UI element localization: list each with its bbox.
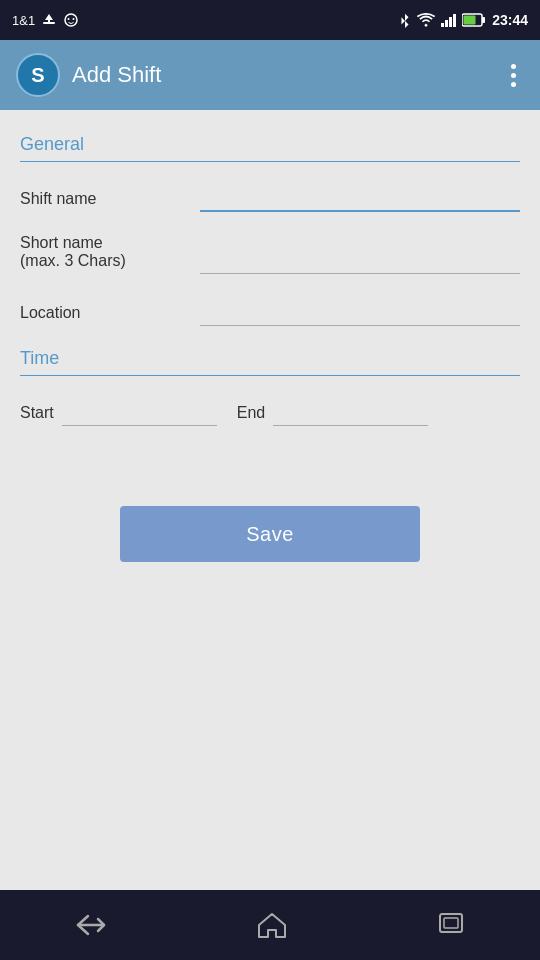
end-field: End — [237, 396, 428, 426]
short-name-label: Short name(max. 3 Chars) — [20, 234, 190, 274]
app-title: Add Shift — [72, 62, 161, 88]
shift-name-row: Shift name — [20, 182, 520, 212]
start-label: Start — [20, 404, 54, 426]
status-bar: 1&1 — [0, 0, 540, 40]
start-input[interactable] — [62, 396, 217, 426]
signal-icon — [441, 13, 456, 27]
general-section-header: General — [20, 134, 520, 162]
time-display: 23:44 — [492, 12, 528, 28]
home-icon — [257, 911, 287, 939]
wifi-icon — [417, 13, 435, 27]
shift-name-input[interactable] — [200, 182, 520, 212]
app-bar: S Add Shift — [0, 40, 540, 110]
location-input[interactable] — [200, 296, 520, 326]
svg-rect-7 — [464, 16, 476, 25]
upload-icon — [41, 12, 57, 28]
svg-rect-9 — [444, 918, 458, 928]
save-button[interactable]: Save — [120, 506, 420, 562]
more-dot-3 — [511, 82, 516, 87]
recents-icon — [436, 912, 466, 938]
home-button[interactable] — [257, 911, 287, 939]
time-section-header: Time — [20, 348, 520, 376]
bluetooth-icon — [399, 12, 411, 28]
app-bar-left: S Add Shift — [16, 53, 161, 97]
svg-point-4 — [73, 18, 75, 20]
more-dot-2 — [511, 73, 516, 78]
short-name-row: Short name(max. 3 Chars) — [20, 234, 520, 274]
svg-rect-6 — [482, 17, 485, 23]
save-button-container: Save — [20, 506, 520, 562]
end-input[interactable] — [273, 396, 428, 426]
nav-bar — [0, 890, 540, 960]
battery-icon — [462, 13, 486, 27]
status-bar-right: 23:44 — [399, 12, 528, 28]
logo-letter: S — [31, 64, 44, 87]
recents-button[interactable] — [436, 912, 466, 938]
carrier-text: 1&1 — [12, 13, 35, 28]
svg-point-2 — [65, 14, 77, 26]
more-dot-1 — [511, 64, 516, 69]
location-label: Location — [20, 304, 190, 326]
back-arrow-icon — [74, 914, 108, 936]
notification-icon — [63, 12, 79, 28]
location-row: Location — [20, 296, 520, 326]
main-content: General Shift name Short name(max. 3 Cha… — [0, 110, 540, 578]
time-row: Start End — [20, 396, 520, 426]
back-button[interactable] — [74, 914, 108, 936]
app-logo: S — [16, 53, 60, 97]
shift-name-label: Shift name — [20, 190, 190, 212]
end-label: End — [237, 404, 265, 426]
short-name-input[interactable] — [200, 244, 520, 274]
status-bar-left: 1&1 — [12, 12, 79, 28]
more-options-button[interactable] — [503, 56, 524, 95]
svg-point-3 — [68, 18, 70, 20]
start-field: Start — [20, 396, 217, 426]
